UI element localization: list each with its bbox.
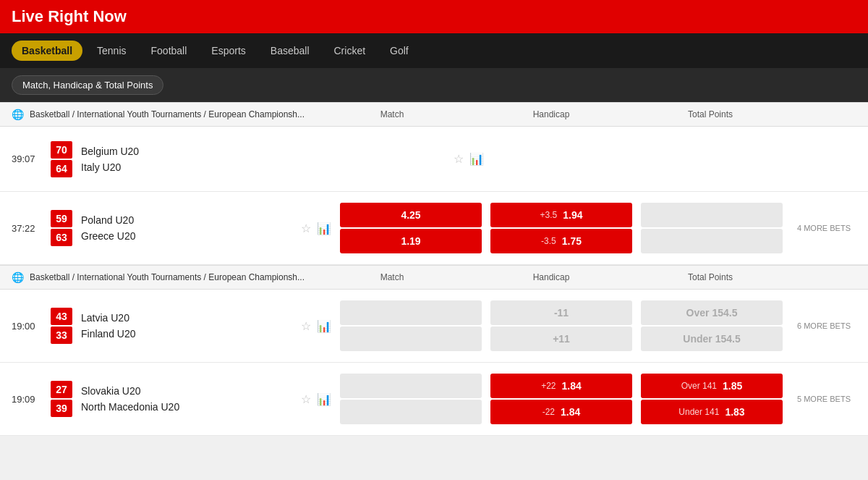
sport-tab-cricket[interactable]: Cricket	[324, 41, 376, 61]
globe-icon: 🌐	[12, 109, 24, 120]
globe-icon: 🌐	[12, 271, 24, 283]
filter-bar: Match, Handicap & Total Points	[0, 68, 868, 102]
match-row: 37:22 59 63 Poland U20 Greece U20 ☆ 📊 4.…	[0, 192, 868, 265]
match-time: 19:00	[12, 321, 42, 332]
team1-name: Slovakia U20	[81, 385, 292, 397]
match-row: 39:07 70 64 Belgium U20 Italy U20 ☆ 📊	[0, 127, 868, 192]
match-odds-bottom	[340, 400, 482, 424]
total-label-bottom: Under 141	[678, 407, 719, 417]
sport-tab-golf[interactable]: Golf	[380, 41, 419, 61]
score-badge-1: 27	[51, 381, 72, 398]
score-block: 27 39	[51, 381, 72, 417]
team-names: Poland U20 Greece U20	[81, 214, 292, 242]
handicap-odds-top[interactable]: +221.84	[490, 374, 632, 398]
score-badge-1: 59	[51, 210, 72, 227]
more-bets-button[interactable]: 5 MORE BETS	[791, 373, 856, 425]
handicap-label-top: +3.5	[540, 210, 558, 220]
total-odds-bottom	[641, 229, 783, 253]
team-names: Slovakia U20 North Macedonia U20	[81, 385, 292, 413]
col-total-header: Total Points	[638, 109, 783, 119]
team2-name: Italy U20	[81, 161, 445, 173]
page-title: Live Right Now	[12, 7, 127, 25]
match-odds-top	[340, 300, 482, 325]
team-names: Latvia U20 Finland U20	[81, 312, 292, 340]
col-match-header: Match	[320, 272, 464, 282]
match-action-icons: ☆ 📊	[454, 152, 484, 166]
handicap-odds-bottom: +11	[490, 327, 632, 351]
col-total-header: Total Points	[638, 272, 783, 282]
stats-icon[interactable]: 📊	[317, 392, 331, 406]
score-badge-2: 33	[51, 327, 72, 344]
odds-area: +221.84-221.84Over 1411.85Under 1411.83	[340, 374, 783, 424]
team2-name: Finland U20	[81, 328, 292, 340]
handicap-odds-top[interactable]: +3.51.94	[490, 203, 632, 227]
team1-name: Belgium U20	[81, 146, 445, 157]
breadcrumb: Basketball / International Youth Tournam…	[30, 272, 314, 282]
score-badge-2: 64	[51, 160, 72, 177]
sport-tab-baseball[interactable]: Baseball	[260, 41, 320, 61]
sport-tab-football[interactable]: Football	[141, 41, 197, 61]
match-row: 19:09 27 39 Slovakia U20 North Macedonia…	[0, 363, 868, 436]
team2-name: North Macedonia U20	[81, 401, 292, 413]
match-action-icons: ☆ 📊	[301, 319, 331, 333]
handicap-odds-bottom[interactable]: -3.51.75	[490, 229, 632, 253]
match-odds-top	[340, 374, 482, 398]
section-header-0: 🌐 Basketball / International Youth Tourn…	[0, 102, 868, 127]
favorite-icon[interactable]: ☆	[301, 222, 311, 235]
score-badge-1: 70	[51, 141, 72, 159]
team1-name: Latvia U20	[81, 312, 292, 324]
col-handicap-header: Handicap	[479, 109, 624, 119]
breadcrumb: Basketball / International Youth Tournam…	[30, 109, 314, 119]
total-odds-group: Over 1411.85Under 1411.83	[641, 374, 783, 424]
handicap-odds-top: -11	[490, 300, 632, 325]
col-handicap-header: Handicap	[479, 272, 624, 282]
favorite-icon[interactable]: ☆	[301, 319, 311, 333]
stats-icon[interactable]: 📊	[317, 319, 331, 333]
handicap-label-bottom: -3.5	[541, 236, 556, 246]
favorite-icon[interactable]: ☆	[301, 392, 311, 406]
total-odds-top: Over 154.5	[641, 300, 783, 325]
score-block: 43 33	[51, 308, 72, 344]
score-block: 59 63	[51, 210, 72, 246]
team2-name: Greece U20	[81, 230, 292, 242]
match-odds-top[interactable]: 4.25	[340, 203, 482, 227]
stats-icon[interactable]: 📊	[317, 222, 331, 235]
sport-tab-basketball[interactable]: Basketball	[12, 41, 82, 61]
sport-tab-esports[interactable]: Esports	[201, 41, 255, 61]
odds-area: 4.251.19+3.51.94-3.51.75	[340, 203, 783, 253]
live-header: Live Right Now	[0, 0, 868, 33]
handicap-odds-group: +3.51.94-3.51.75	[490, 203, 632, 253]
handicap-odds-bottom[interactable]: -221.84	[490, 400, 632, 424]
total-odds-group: Over 154.5Under 154.5	[641, 300, 783, 351]
match-time: 19:09	[12, 394, 42, 405]
total-odds-top	[641, 203, 783, 227]
handicap-odds-group: +221.84-221.84	[490, 374, 632, 424]
more-bets-button[interactable]: 4 MORE BETS	[791, 202, 856, 254]
match-action-icons: ☆ 📊	[301, 222, 331, 235]
total-odds-bottom[interactable]: Under 1411.83	[641, 400, 783, 424]
match-odds-bottom	[340, 327, 482, 351]
stats-icon[interactable]: 📊	[469, 152, 484, 166]
total-odds-group	[641, 203, 783, 253]
odds-area: -11+11Over 154.5Under 154.5	[340, 300, 783, 351]
total-label-top: Over 141	[681, 381, 717, 391]
filter-pill[interactable]: Match, Handicap & Total Points	[12, 75, 163, 95]
team1-name: Poland U20	[81, 214, 292, 226]
score-badge-2: 63	[51, 229, 72, 246]
handicap-label-top: +22	[541, 381, 556, 391]
score-block: 70 64	[51, 141, 72, 177]
sport-tab-tennis[interactable]: Tennis	[87, 41, 136, 61]
col-match-header: Match	[320, 109, 464, 119]
match-odds-group	[340, 300, 482, 351]
match-row: 19:00 43 33 Latvia U20 Finland U20 ☆ 📊 -…	[0, 290, 868, 363]
match-time: 37:22	[12, 223, 42, 234]
team-names: Belgium U20 Italy U20	[81, 146, 445, 173]
more-bets-button[interactable]: 6 MORE BETS	[791, 300, 856, 352]
sport-tabs-bar: BasketballTennisFootballEsportsBaseballC…	[0, 33, 868, 68]
favorite-icon[interactable]: ☆	[454, 152, 464, 166]
match-odds-group	[340, 374, 482, 424]
section-header-1: 🌐 Basketball / International Youth Tourn…	[0, 265, 868, 290]
main-content: 🌐 Basketball / International Youth Tourn…	[0, 102, 868, 436]
match-odds-bottom[interactable]: 1.19	[340, 229, 482, 253]
total-odds-top[interactable]: Over 1411.85	[641, 374, 783, 398]
